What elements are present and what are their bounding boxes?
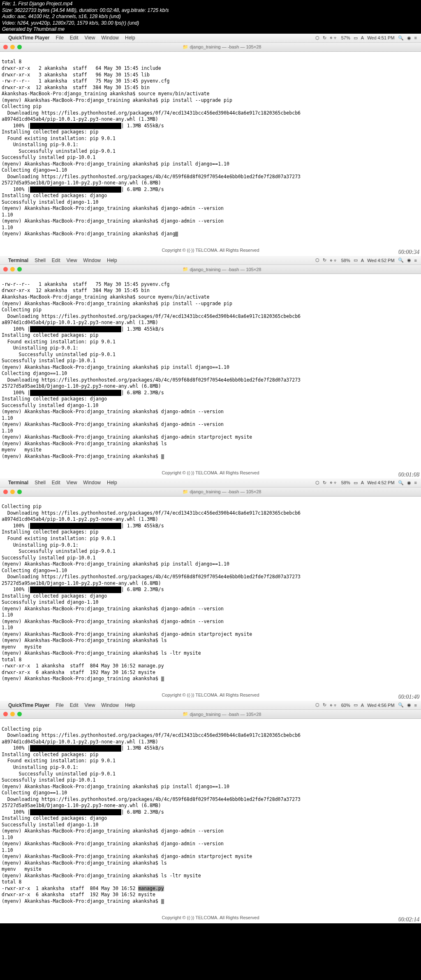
- input-icon[interactable]: A: [361, 35, 364, 40]
- notifications-icon[interactable]: ≡: [414, 35, 417, 40]
- battery-icon[interactable]: ▭: [354, 258, 358, 263]
- cursor: [161, 676, 164, 681]
- frame-timestamp: 00:01:40: [398, 693, 419, 700]
- terminal-output[interactable]: Collecting pip Downloading https://files…: [0, 497, 421, 689]
- sync-icon[interactable]: ↻: [323, 702, 326, 708]
- macos-menubar[interactable]: QuickTime Player File Edit View Window H…: [0, 701, 421, 710]
- battery-percent[interactable]: 60%: [341, 703, 350, 708]
- menu-window[interactable]: Window: [83, 480, 101, 485]
- notifications-icon[interactable]: ≡: [414, 258, 417, 263]
- close-button[interactable]: [3, 490, 8, 494]
- folder-icon: 📁: [183, 489, 188, 495]
- highlighted-text: manage.py: [138, 886, 164, 891]
- menu-view[interactable]: View: [85, 702, 95, 708]
- macos-menubar[interactable]: Terminal Shell Edit View Window Help ⬡ ↻…: [0, 256, 421, 265]
- minimize-button[interactable]: [10, 45, 15, 49]
- battery-percent[interactable]: 57%: [341, 35, 350, 40]
- progress-bar: ████████████████████████████████: [30, 523, 121, 529]
- menu-window[interactable]: Window: [83, 258, 101, 263]
- dropbox-icon[interactable]: ⬡: [315, 480, 319, 485]
- menu-help[interactable]: Help: [107, 258, 117, 263]
- clock[interactable]: Wed 4:52 PM: [367, 480, 394, 485]
- siri-icon[interactable]: ◉: [407, 35, 411, 41]
- menu-file[interactable]: File: [56, 702, 64, 708]
- menu-view[interactable]: View: [67, 258, 77, 263]
- menu-help[interactable]: Help: [125, 702, 135, 708]
- maximize-button[interactable]: [17, 45, 22, 49]
- app-name[interactable]: Terminal: [8, 258, 28, 263]
- input-icon[interactable]: A: [361, 258, 364, 263]
- search-icon[interactable]: 🔍: [398, 35, 404, 41]
- menu-view[interactable]: View: [85, 35, 95, 41]
- window-titlebar[interactable]: 📁django_training — -bash — 105×28: [0, 710, 421, 719]
- wifi-icon[interactable]: ◉ ᯤ: [330, 35, 338, 40]
- maximize-button[interactable]: [17, 267, 22, 271]
- frame-timestamp: 00:01:08: [398, 471, 419, 478]
- menu-edit[interactable]: Edit: [70, 35, 79, 41]
- window-title: django_training — -bash — 105×28: [190, 712, 261, 717]
- battery-percent[interactable]: 58%: [341, 480, 350, 485]
- menu-shell[interactable]: Shell: [35, 480, 46, 485]
- menu-help[interactable]: Help: [125, 35, 135, 41]
- window-titlebar[interactable]: 📁django_training — -bash — 105×28: [0, 43, 421, 52]
- menu-window[interactable]: Window: [101, 702, 119, 708]
- close-button[interactable]: [3, 712, 8, 716]
- dropbox-icon[interactable]: ⬡: [315, 35, 319, 41]
- window-titlebar[interactable]: 📁django_training — -bash — 105×28: [0, 265, 421, 274]
- input-icon[interactable]: A: [361, 480, 364, 485]
- frame-2: Terminal Shell Edit View Window Help ⬡ ↻…: [0, 256, 421, 478]
- macos-menubar[interactable]: QuickTime Player File Edit View Window H…: [0, 34, 421, 43]
- maximize-button[interactable]: [17, 712, 22, 716]
- battery-percent[interactable]: 58%: [341, 258, 350, 263]
- app-name[interactable]: QuickTime Player: [8, 35, 50, 41]
- search-icon[interactable]: 🔍: [398, 702, 404, 708]
- wifi-icon[interactable]: ◉ ᯤ: [330, 703, 338, 708]
- search-icon[interactable]: 🔍: [398, 258, 404, 263]
- dropbox-icon[interactable]: ⬡: [315, 258, 319, 263]
- menu-window[interactable]: Window: [101, 35, 119, 41]
- terminal-output[interactable]: Collecting pip Downloading https://files…: [0, 719, 421, 911]
- menu-edit[interactable]: Edit: [52, 480, 60, 485]
- frame-1: QuickTime Player File Edit View Window H…: [0, 34, 421, 256]
- progress-bar: ████████████████████████████████: [30, 809, 121, 816]
- sync-icon[interactable]: ↻: [323, 480, 326, 485]
- menu-help[interactable]: Help: [107, 480, 117, 485]
- minimize-button[interactable]: [10, 267, 15, 271]
- battery-icon[interactable]: ▭: [354, 702, 358, 708]
- minimize-button[interactable]: [10, 490, 15, 494]
- close-button[interactable]: [3, 267, 8, 271]
- terminal-output[interactable]: total 8 drwxr-xr-x 2 akanksha staff 64 M…: [0, 52, 421, 244]
- notifications-icon[interactable]: ≡: [414, 703, 417, 708]
- dropbox-icon[interactable]: ⬡: [315, 702, 319, 708]
- siri-icon[interactable]: ◉: [407, 258, 411, 263]
- siri-icon[interactable]: ◉: [407, 702, 411, 708]
- menu-edit[interactable]: Edit: [70, 702, 79, 708]
- wifi-icon[interactable]: ◉ ᯤ: [330, 258, 338, 263]
- folder-icon: 📁: [183, 44, 188, 50]
- menu-edit[interactable]: Edit: [52, 258, 60, 263]
- window-titlebar[interactable]: 📁django_training — -bash — 105×28: [0, 488, 421, 497]
- menu-view[interactable]: View: [67, 480, 77, 485]
- input-icon[interactable]: A: [361, 703, 364, 708]
- battery-icon[interactable]: ▭: [354, 35, 358, 41]
- menu-shell[interactable]: Shell: [35, 258, 46, 263]
- sync-icon[interactable]: ↻: [323, 35, 326, 41]
- menu-file[interactable]: File: [56, 35, 64, 41]
- macos-menubar[interactable]: Terminal Shell Edit View Window Help ⬡ ↻…: [0, 478, 421, 488]
- close-button[interactable]: [3, 45, 8, 49]
- notifications-icon[interactable]: ≡: [414, 480, 417, 485]
- frame-4: QuickTime Player File Edit View Window H…: [0, 701, 421, 923]
- clock[interactable]: Wed 4:52 PM: [367, 258, 394, 263]
- terminal-output[interactable]: -rw-r--r-- 1 akanksha staff 75 May 30 15…: [0, 274, 421, 467]
- battery-icon[interactable]: ▭: [354, 480, 358, 485]
- clock[interactable]: Wed 4:51 PM: [367, 35, 394, 40]
- sync-icon[interactable]: ↻: [323, 258, 326, 263]
- maximize-button[interactable]: [17, 490, 22, 494]
- app-name[interactable]: QuickTime Player: [8, 702, 50, 708]
- clock[interactable]: Wed 4:56 PM: [367, 703, 394, 708]
- siri-icon[interactable]: ◉: [407, 480, 411, 485]
- search-icon[interactable]: 🔍: [398, 480, 404, 485]
- app-name[interactable]: Terminal: [8, 480, 28, 485]
- wifi-icon[interactable]: ◉ ᯤ: [330, 480, 338, 485]
- minimize-button[interactable]: [10, 712, 15, 716]
